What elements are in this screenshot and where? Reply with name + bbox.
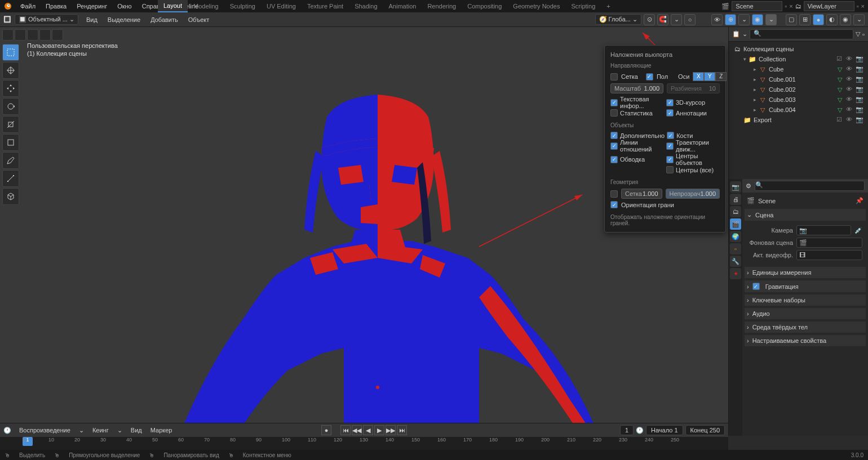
axis-y-toggle[interactable]: Y bbox=[704, 72, 715, 81]
annotations-checkbox[interactable] bbox=[666, 109, 674, 117]
tab-particle[interactable]: ✦ bbox=[730, 268, 741, 279]
tree-item-cube004[interactable]: ▸ ▽ Cube.004 ▽ 👁📷 bbox=[731, 105, 866, 115]
tool-move[interactable] bbox=[2, 80, 19, 97]
panel-custom-header[interactable]: Настраиваемые свойства bbox=[745, 335, 866, 346]
orientation-select[interactable]: 🧭 Глоба... ⌄ bbox=[595, 14, 641, 25]
menu-tl-view[interactable]: Вид bbox=[127, 426, 145, 435]
tab-geonodes[interactable]: Geometry Nodes bbox=[507, 1, 565, 12]
tab-shading[interactable]: Shading bbox=[349, 1, 383, 12]
rellines-checkbox[interactable] bbox=[610, 142, 618, 150]
render-icon[interactable]: 📷 bbox=[856, 116, 863, 124]
tool-scale[interactable] bbox=[2, 116, 19, 133]
menu-select[interactable]: Выделение bbox=[103, 15, 145, 25]
tab-rendering[interactable]: Rendering bbox=[422, 1, 462, 12]
select-icon-5[interactable] bbox=[52, 29, 63, 41]
select-icon[interactable] bbox=[2, 29, 14, 41]
snap-dropdown[interactable]: ⌄ bbox=[671, 14, 682, 25]
render-icon[interactable]: 📷 bbox=[856, 106, 863, 114]
tab-world[interactable]: 🌍 bbox=[730, 231, 741, 242]
play-icon[interactable]: ▶ bbox=[374, 425, 384, 435]
outliner-filter-icon[interactable]: ▽ bbox=[856, 30, 860, 38]
tab-output[interactable]: 🖨 bbox=[730, 194, 741, 205]
camera-field[interactable]: 📷 bbox=[796, 225, 851, 235]
tree-item-cube003[interactable]: ▸ ▽ Cube.003 ▽ 👁📷 bbox=[731, 95, 866, 105]
jump-end-icon[interactable]: ⏭ bbox=[397, 425, 407, 435]
wireframe-field[interactable]: Сетка1.000 bbox=[621, 189, 662, 199]
axis-x-toggle[interactable]: X bbox=[693, 72, 704, 81]
tree-scene-collection[interactable]: 🗂 Коллекция сцены bbox=[731, 44, 866, 54]
render-icon[interactable]: 📷 bbox=[856, 65, 863, 73]
viewlayer-icon[interactable]: 🗂 bbox=[795, 3, 801, 10]
menu-keying-dropdown2[interactable]: ⌄ bbox=[114, 426, 126, 435]
tab-uvediting[interactable]: UV Editing bbox=[261, 1, 302, 12]
shading-dropdown[interactable]: ⌄ bbox=[853, 14, 865, 25]
textinfo-checkbox[interactable] bbox=[610, 99, 618, 106]
render-icon[interactable]: 📷 bbox=[856, 75, 863, 83]
next-key-icon[interactable]: ▶▶ bbox=[386, 425, 396, 435]
prev-key-icon[interactable]: ◀◀ bbox=[352, 425, 362, 435]
mode-select[interactable]: 🔲 Объектный ... ⌄ bbox=[15, 14, 78, 25]
expand-icon[interactable]: ▾ bbox=[743, 56, 746, 62]
outliner-new-icon[interactable]: ▫ bbox=[862, 31, 865, 38]
panel-scene-header[interactable]: Сцена bbox=[745, 209, 866, 221]
wireframe-checkbox[interactable] bbox=[610, 190, 618, 198]
outliner-search[interactable]: 🔍 bbox=[750, 29, 853, 39]
panel-gravity-header[interactable]: Гравитация bbox=[745, 280, 866, 292]
jump-start-icon[interactable]: ⏮ bbox=[340, 425, 351, 435]
tab-add[interactable]: + bbox=[601, 1, 615, 12]
render-icon[interactable]: 📷 bbox=[856, 86, 863, 93]
overlays-toggle[interactable]: ◉ bbox=[752, 14, 763, 25]
viewlayer-name-field[interactable]: ViewLayer bbox=[804, 1, 854, 11]
panel-units-header[interactable]: Единицы измерения bbox=[745, 267, 866, 278]
viewlayer-close-icon[interactable]: × bbox=[861, 3, 865, 10]
expand-icon[interactable]: ▸ bbox=[754, 97, 756, 102]
tree-item-cube001[interactable]: ▸ ▽ Cube.001 ▽ 👁📷 bbox=[731, 74, 866, 84]
tool-transform[interactable] bbox=[2, 134, 19, 151]
editor-type-icon[interactable]: 🔳 bbox=[3, 16, 11, 23]
eyedropper-icon[interactable]: 💉 bbox=[854, 227, 862, 234]
eye-icon[interactable]: 👁 bbox=[846, 116, 854, 124]
tool-select-box[interactable] bbox=[2, 44, 19, 61]
tab-sculpting[interactable]: Sculpting bbox=[224, 1, 261, 12]
gravity-checkbox[interactable] bbox=[752, 283, 760, 290]
properties-search[interactable]: 🔍 bbox=[755, 181, 865, 191]
cursor3d-checkbox[interactable] bbox=[666, 99, 674, 106]
eye-icon[interactable]: 👁 bbox=[846, 75, 854, 83]
statistics-checkbox[interactable] bbox=[610, 109, 618, 117]
bgscene-field[interactable]: 🎬 bbox=[796, 238, 862, 248]
shading-solid[interactable]: ● bbox=[813, 14, 824, 25]
tab-modeling[interactable]: Modeling bbox=[188, 1, 224, 12]
overlays-dropdown[interactable]: ⌄ bbox=[765, 14, 777, 25]
snap-toggle[interactable]: 🧲 bbox=[657, 14, 668, 25]
outliner-type-icon[interactable]: 📋 bbox=[732, 30, 740, 38]
grid-checkbox[interactable] bbox=[610, 73, 618, 81]
outline-checkbox[interactable] bbox=[610, 156, 618, 163]
floor-checkbox[interactable] bbox=[646, 73, 653, 81]
clock-icon[interactable]: 🕐 bbox=[636, 427, 644, 434]
opacity-field[interactable]: Непрозрач1.000 bbox=[666, 189, 720, 199]
panel-rigidbody-header[interactable]: Среда твёрдых тел bbox=[745, 321, 866, 333]
tab-render[interactable]: 📷 bbox=[730, 181, 741, 193]
properties-type-icon[interactable]: ⚙ bbox=[746, 182, 751, 190]
menu-object[interactable]: Объект bbox=[184, 15, 214, 25]
outliner-mode-icon[interactable]: ⌄ bbox=[742, 30, 747, 38]
scene-close-icon[interactable]: × bbox=[789, 3, 792, 10]
visibility-icon[interactable]: 👁 bbox=[711, 14, 723, 25]
scene-browse-icon[interactable]: ▫ bbox=[785, 3, 787, 10]
viewlayer-browse-icon[interactable]: ▫ bbox=[857, 3, 859, 10]
bones-checkbox[interactable] bbox=[667, 132, 674, 139]
start-frame-field[interactable]: Начало 1 bbox=[646, 425, 683, 435]
menu-keying-dropdown[interactable]: ⌄ bbox=[76, 426, 87, 435]
expand-icon[interactable]: ▸ bbox=[754, 66, 756, 72]
current-frame-field[interactable]: 1 bbox=[620, 425, 634, 435]
render-icon[interactable]: 📷 bbox=[856, 96, 863, 104]
tab-compositing[interactable]: Compositing bbox=[462, 1, 507, 12]
menu-playback[interactable]: Воспроизведение bbox=[16, 426, 74, 435]
scene-name-field[interactable]: Scene bbox=[732, 1, 782, 11]
axis-z-toggle[interactable]: Z bbox=[715, 72, 727, 81]
tab-scripting[interactable]: Scripting bbox=[565, 1, 601, 12]
tool-rotate[interactable] bbox=[2, 98, 19, 115]
tool-annotate[interactable] bbox=[2, 152, 19, 169]
origins-checkbox[interactable] bbox=[666, 156, 674, 163]
timeline-track[interactable]: 1 01020304050607080901001101201301401501… bbox=[0, 437, 728, 450]
